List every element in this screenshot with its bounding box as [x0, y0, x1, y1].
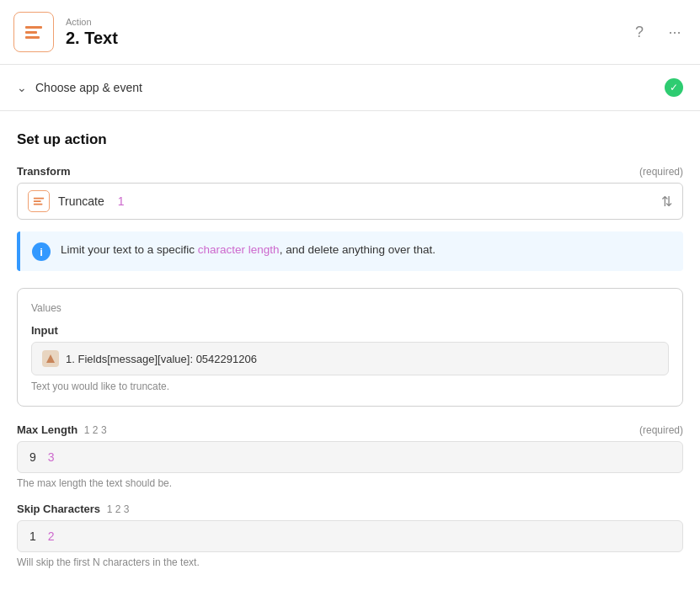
transform-select-left: Truncate 1	[28, 190, 125, 212]
choose-app-label: Choose app & event	[35, 81, 142, 94]
skip-chars-label: Skip Characters 1 2 3	[17, 503, 129, 515]
header-title: 2. Text	[66, 29, 616, 48]
choose-app-row[interactable]: ⌄ Choose app & event ✓	[0, 65, 700, 111]
max-length-required: (required)	[639, 424, 683, 436]
info-part1: Limit your text to a specific	[61, 243, 198, 256]
action-icon-box	[13, 12, 54, 52]
help-icon: ?	[635, 24, 644, 41]
input-field-label: Input	[31, 324, 669, 337]
max-length-label-text: Max Length	[17, 423, 77, 436]
choose-app-left: ⌄ Choose app & event	[17, 81, 142, 94]
skip-chars-value: 1	[29, 529, 36, 543]
transform-field-label: Transform	[17, 165, 71, 178]
skip-chars-hint: Will skip the first N characters in the …	[17, 556, 683, 568]
help-button[interactable]: ?	[628, 20, 651, 44]
transform-icon-box	[28, 190, 50, 212]
info-box: i Limit your text to a specific characte…	[17, 231, 683, 271]
skip-chars-nums: 1 2 3	[107, 503, 130, 515]
transform-label-row: Transform (required)	[17, 165, 683, 178]
transform-select-wrapper: Truncate 1 ⇅	[17, 183, 683, 220]
chevron-down-icon: ⌄	[17, 81, 27, 94]
transform-value: Truncate	[58, 194, 104, 208]
skip-characters-section: Skip Characters 1 2 3 1 2 Will skip the …	[17, 503, 683, 568]
section-title: Set up action	[17, 131, 683, 148]
main-content: Set up action Transform (required) Trunc…	[0, 111, 700, 596]
skip-chars-label-row: Skip Characters 1 2 3	[17, 503, 683, 515]
svg-rect-5	[34, 204, 43, 205]
svg-rect-4	[34, 200, 41, 202]
max-length-label: Max Length 1 2 3	[17, 423, 107, 436]
input-hint: Text you would like to truncate.	[31, 380, 669, 392]
svg-rect-2	[25, 36, 40, 39]
svg-rect-3	[34, 198, 44, 200]
more-button[interactable]: ···	[663, 20, 687, 44]
values-section-title: Values	[31, 302, 669, 314]
svg-marker-6	[46, 354, 55, 363]
info-highlight: character length	[198, 243, 280, 256]
transform-ref-num: 1	[118, 194, 125, 208]
values-section: Values Input 1. Fields[message][value]: …	[17, 288, 683, 407]
transform-required: (required)	[639, 166, 683, 178]
max-length-nums: 1 2 3	[84, 424, 107, 436]
transform-select[interactable]: Truncate 1 ⇅	[17, 183, 683, 220]
info-text: Limit your text to a specific character …	[61, 242, 435, 258]
action-header: Action 2. Text ? ···	[0, 0, 700, 65]
header-actions: ? ···	[628, 20, 687, 44]
header-text-block: Action 2. Text	[66, 17, 616, 48]
skip-chars-label-text: Skip Characters	[17, 503, 100, 515]
info-icon: i	[32, 242, 51, 261]
max-length-ref: 3	[48, 450, 55, 464]
select-arrows-icon: ⇅	[661, 194, 672, 210]
svg-rect-1	[25, 31, 37, 34]
completed-check-icon: ✓	[665, 78, 683, 97]
max-length-hint: The max length the text should be.	[17, 477, 683, 489]
max-length-input-box[interactable]: 9 3	[17, 441, 683, 473]
max-length-section: Max Length 1 2 3 (required) 9 3 The max …	[17, 423, 683, 489]
input-value-box[interactable]: 1. Fields[message][value]: 0542291206	[31, 342, 669, 375]
input-value-icon	[42, 350, 59, 367]
info-part2: , and delete anything over that.	[280, 243, 435, 256]
skip-chars-ref: 2	[48, 529, 55, 543]
max-length-label-row: Max Length 1 2 3 (required)	[17, 423, 683, 436]
max-length-value: 9	[29, 450, 36, 464]
more-icon: ···	[668, 24, 681, 41]
svg-rect-0	[25, 26, 42, 29]
header-label: Action	[66, 17, 616, 27]
input-value-text: 1. Fields[message][value]: 0542291206	[66, 353, 257, 365]
skip-chars-input-box[interactable]: 1 2	[17, 520, 683, 552]
